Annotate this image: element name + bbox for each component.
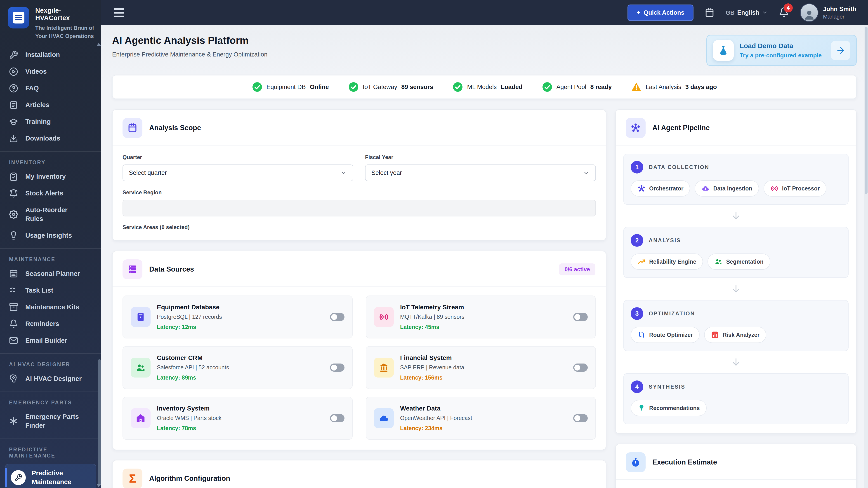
bar-chart-icon [711, 331, 719, 339]
sidebar-divider [0, 392, 101, 392]
pipeline-stage-data-collection: 1 DATA COLLECTION Orchestrator [623, 154, 848, 205]
check-circle-icon [348, 82, 359, 92]
active-count-badge: 0/6 active [559, 263, 595, 275]
broadcast-icon [770, 184, 778, 193]
clipboard-check-icon [9, 172, 18, 181]
toggle-switch[interactable] [330, 363, 344, 372]
sidebar-item-email-builder[interactable]: Email Builder [0, 332, 101, 349]
chevron-down-icon [340, 169, 347, 176]
sidebar-section-maintenance: MAINTENANCE [0, 250, 101, 265]
main-area: + Quick Actions GB English 4 [101, 0, 868, 488]
sidebar-item-ai-hvac-designer[interactable]: AI HVAC Designer [0, 370, 101, 387]
arrow-right-button[interactable] [831, 41, 850, 60]
sidebar-item-installation[interactable]: Installation [0, 46, 101, 63]
route-icon [638, 331, 646, 339]
calendar-icon [123, 118, 143, 138]
toggle-switch[interactable] [573, 363, 588, 372]
check-circle-icon [453, 82, 463, 92]
network-icon [638, 184, 646, 193]
sidebar-item-videos[interactable]: Videos [0, 63, 101, 80]
brand-name: Nexgile-HVACortex [35, 7, 94, 22]
sidebar-item-task-list[interactable]: Task List [0, 282, 101, 299]
card-title: Data Sources [149, 265, 194, 273]
calendar-icon[interactable] [704, 7, 715, 18]
notifications-button[interactable]: 4 [779, 7, 789, 18]
sidebar-item-my-inventory[interactable]: My Inventory [0, 168, 101, 185]
brand-logo-icon [8, 7, 29, 29]
users-icon [714, 258, 722, 266]
agent-segmentation: Segmentation [708, 254, 770, 270]
toggle-switch[interactable] [330, 313, 344, 321]
database-icon [131, 307, 151, 327]
brand-tagline: The Intelligent Brain of Your HVAC Opera… [35, 24, 94, 40]
user-role: Manager [823, 13, 856, 20]
toggle-switch[interactable] [573, 313, 588, 321]
service-region-input[interactable] [123, 200, 596, 217]
scroll-down-icon[interactable] [97, 484, 101, 487]
sidebar-item-downloads[interactable]: Downloads [0, 130, 101, 147]
sidebar-item-stock-alerts[interactable]: Stock Alerts [0, 185, 101, 202]
data-source-weather-data: Weather Data OpenWeather API | Forecast … [366, 397, 596, 440]
sidebar-item-training[interactable]: Training [0, 113, 101, 130]
topbar: + Quick Actions GB English 4 [101, 0, 868, 25]
mail-icon [9, 336, 18, 345]
toggle-switch[interactable] [573, 414, 588, 422]
graduation-cap-icon [9, 117, 18, 126]
sidebar-item-predictive-maintenance[interactable]: Predictive Maintenance [5, 464, 96, 488]
data-source-iot-telemetry: IoT Telemetry Stream MQTT/Kafka | 89 sen… [366, 295, 596, 338]
sidebar-item-reminders[interactable]: Reminders [0, 315, 101, 332]
fiscal-year-select[interactable]: Select year [365, 164, 596, 181]
flask-icon [713, 40, 734, 61]
status-agent-pool: Agent Pool 8 ready [542, 82, 612, 92]
lightbulb-icon [9, 231, 18, 240]
sidebar-item-seasonal-planner[interactable]: Seasonal Planner [0, 265, 101, 282]
quick-actions-button[interactable]: + Quick Actions [627, 4, 693, 21]
data-sources-card: Data Sources 0/6 active Equipment Data [112, 251, 606, 450]
broadcast-icon [374, 307, 394, 327]
sidebar-item-usage-insights[interactable]: Usage Insights [0, 227, 101, 244]
quarter-select[interactable]: Select quarter [123, 164, 353, 181]
agent-data-ingestion: Data Ingestion [694, 180, 759, 197]
load-demo-data-button[interactable]: Load Demo Data Try a pre-configured exam… [706, 35, 857, 66]
sidebar-item-articles[interactable]: Articles [0, 97, 101, 113]
sigma-icon: Σ [123, 468, 143, 488]
box-icon [9, 302, 18, 312]
page-scrollbar[interactable] [864, 25, 868, 488]
sidebar-section-predictive-maintenance: PREDICTIVE MAINTENANCE [0, 440, 101, 462]
language-label: English [737, 9, 759, 16]
help-circle-icon [9, 84, 18, 93]
status-ml-models: ML Models Loaded [453, 82, 522, 92]
sidebar-scrollbar[interactable] [98, 43, 101, 488]
agent-recommendations: Recommendations [631, 400, 707, 416]
user-profile[interactable]: John Smith Manager [800, 3, 856, 22]
status-equipment-db: Equipment DB Online [252, 82, 329, 92]
scroll-up-icon[interactable] [97, 43, 101, 46]
hamburger-menu-icon[interactable] [114, 8, 124, 17]
page-scrollbar-thumb[interactable] [865, 27, 868, 194]
toggle-switch[interactable] [330, 414, 344, 422]
sidebar-item-emergency-parts-finder[interactable]: Emergency Parts Finder [0, 409, 101, 434]
calendar-icon [9, 269, 18, 278]
sidebar-item-maintenance-kits[interactable]: Maintenance Kits [0, 299, 101, 315]
sidebar-section-ai-hvac-designer: AI HVAC DESIGNER [0, 355, 101, 370]
sidebar-item-faq[interactable]: FAQ [0, 80, 101, 97]
agent-iot-processor: IoT Processor [764, 180, 827, 197]
analysis-scope-card: Analysis Scope Quarter Select quarter [112, 109, 606, 241]
task-list-icon [9, 286, 18, 295]
demo-card-subtitle: Try a pre-configured example [740, 52, 822, 59]
service-region-label: Service Region [123, 189, 596, 196]
wrench-circle-icon [11, 470, 26, 485]
warehouse-icon [131, 408, 151, 428]
arrow-right-icon [836, 45, 846, 55]
sidebar-scrollbar-thumb[interactable] [98, 359, 101, 486]
cloud-icon [374, 408, 394, 428]
data-source-financial-system: Financial System SAP ERP | Revenue data … [366, 346, 596, 389]
language-selector[interactable]: GB English [725, 9, 768, 16]
sidebar-divider [0, 151, 101, 152]
sidebar-item-auto-reorder-rules[interactable]: Auto-Reorder Rules [0, 202, 101, 227]
sidebar-section-inventory: INVENTORY [0, 153, 101, 168]
service-areas-label: Service Areas (0 selected) [123, 224, 596, 230]
stopwatch-icon [626, 452, 646, 472]
arrow-down-icon [623, 351, 848, 373]
check-circle-icon [542, 82, 553, 92]
